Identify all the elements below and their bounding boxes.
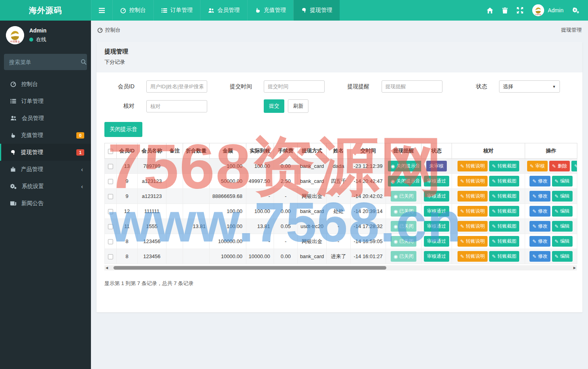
- column-header-会员ID[interactable]: 会员ID: [117, 143, 138, 159]
- sidebar-item-新闻公告[interactable]: 新闻公告: [0, 195, 91, 212]
- check-input[interactable]: [146, 100, 207, 112]
- refresh-button[interactable]: 刷新: [288, 99, 308, 113]
- scrollbar-thumb[interactable]: [113, 266, 386, 270]
- check-button-转账截图[interactable]: ✎转账截图: [489, 206, 519, 217]
- action-button-修改[interactable]: ✎修改: [529, 236, 550, 247]
- action-button-编辑[interactable]: ✎编辑: [552, 176, 573, 186]
- action-button-编辑[interactable]: ✎编辑: [552, 251, 573, 262]
- mute-sound-button[interactable]: 关闭提示音: [104, 122, 142, 137]
- cell-check: ✎转账说明✎转账截图: [452, 219, 525, 234]
- remind-sound-button[interactable]: ◉关闭提示音: [388, 161, 422, 171]
- column-header-操作[interactable]: 操作: [525, 143, 577, 159]
- action-button-修改[interactable]: ✎修改: [529, 221, 550, 232]
- column-header-姓名[interactable]: 姓名: [327, 143, 351, 159]
- check-button-转账说明[interactable]: ✎转账说明: [458, 206, 488, 217]
- action-button-修改[interactable]: ✎修改: [529, 191, 550, 202]
- filter-status: 状态 选择 ▼: [457, 80, 575, 93]
- cell-method: bank_card: [298, 204, 327, 219]
- settings-button[interactable]: [568, 0, 583, 21]
- status-select[interactable]: 选择 ▼: [499, 80, 560, 93]
- breadcrumb-home[interactable]: 控制台: [97, 27, 121, 34]
- column-header-提现方式[interactable]: 提现方式: [298, 143, 327, 159]
- column-header-手续费[interactable]: 手续费: [274, 143, 298, 159]
- sidebar-item-产品管理[interactable]: 产品管理‹: [0, 161, 91, 178]
- action-button-修改[interactable]: ✎修改: [529, 176, 550, 186]
- column-header-会员名称[interactable]: 会员名称: [138, 143, 166, 159]
- column-header-状态[interactable]: 状态: [422, 143, 452, 159]
- sidebar-item-订单管理[interactable]: 订单管理: [0, 93, 91, 110]
- action-button-编辑[interactable]: ✎编辑: [552, 206, 573, 217]
- row-checkbox[interactable]: [108, 224, 113, 229]
- check-button-转账说明[interactable]: ✎转账说明: [458, 221, 488, 232]
- row-checkbox[interactable]: [108, 164, 113, 169]
- scroll-right-arrow[interactable]: ▶: [572, 266, 577, 270]
- remind-sound-button[interactable]: ◉已关闭: [391, 236, 416, 247]
- row-checkbox[interactable]: [108, 239, 113, 244]
- check-button-转账截图[interactable]: ✎转账截图: [489, 236, 519, 247]
- check-button-转账说明[interactable]: ✎转账说明: [458, 236, 488, 247]
- member-id-input[interactable]: [146, 80, 207, 93]
- column-header-交时间[interactable]: 交时间: [351, 143, 386, 159]
- sidebar-search-input[interactable]: [9, 59, 81, 65]
- row-checkbox[interactable]: [108, 254, 113, 259]
- sidebar-item-系统设置[interactable]: 系统设置‹: [0, 178, 91, 195]
- scroll-left-arrow[interactable]: ◀: [104, 266, 109, 270]
- remind-sound-button[interactable]: ◉已关闭: [391, 206, 416, 217]
- submit-time-input[interactable]: [264, 80, 325, 93]
- nav-item-订单管理[interactable]: 订单管理: [153, 0, 200, 21]
- remind-sound-button[interactable]: ◉已关闭: [391, 251, 416, 262]
- sidebar-item-会员管理[interactable]: 会员管理: [0, 110, 91, 127]
- clear-cache-button[interactable]: [497, 0, 512, 21]
- home-button[interactable]: [482, 0, 497, 21]
- action-button-审核[interactable]: ✎审核: [527, 161, 548, 171]
- action-button-编辑[interactable]: ✎编辑: [552, 221, 573, 232]
- brand-logo[interactable]: 海外源码: [0, 0, 91, 21]
- row-checkbox[interactable]: [108, 194, 113, 199]
- column-header-金额[interactable]: 金额: [210, 143, 246, 159]
- column-header-折合数量[interactable]: 折合数量: [183, 143, 210, 159]
- sidebar-item-提现管理[interactable]: 提现管理1: [0, 144, 91, 161]
- check-button-转账截图[interactable]: ✎转账截图: [489, 251, 519, 262]
- cell-fee: -: [274, 234, 298, 249]
- submit-button[interactable]: 提交: [264, 99, 284, 113]
- column-header-核对[interactable]: 核对: [452, 143, 525, 159]
- check-button-转账说明[interactable]: ✎转账说明: [458, 191, 488, 202]
- fullscreen-button[interactable]: [512, 0, 527, 21]
- remind-sound-button[interactable]: ◉已关闭: [391, 221, 416, 232]
- nav-item-会员管理[interactable]: 会员管理: [200, 0, 247, 21]
- column-header-备注[interactable]: 备注: [166, 143, 183, 159]
- action-button-删除[interactable]: ✎删除: [549, 161, 570, 171]
- remind-input[interactable]: [382, 80, 442, 93]
- cell-check: ✎转账说明✎转账截图: [452, 189, 525, 204]
- user-menu[interactable]: 中国黄金 Admin: [527, 4, 568, 16]
- check-button-转账截图[interactable]: ✎转账截图: [489, 176, 519, 186]
- action-button-修改[interactable]: ✎修改: [529, 206, 550, 217]
- select-all-checkbox[interactable]: [108, 149, 113, 154]
- sidebar-item-充值管理[interactable]: 充值管理0: [0, 127, 91, 144]
- nav-item-提现管理[interactable]: 提现管理: [293, 0, 340, 21]
- remind-sound-button[interactable]: ◉已关闭: [391, 191, 416, 202]
- column-header-提现提醒[interactable]: 提现提醒: [386, 143, 422, 159]
- check-button-转账截图[interactable]: ✎转账截图: [489, 191, 519, 202]
- check-button-转账说明[interactable]: ✎转账说明: [458, 161, 488, 171]
- action-button-编辑[interactable]: ✎编辑: [552, 191, 573, 202]
- row-checkbox[interactable]: [108, 179, 113, 184]
- remind-sound-button[interactable]: ◉关闭提示音: [388, 176, 422, 186]
- search-icon[interactable]: [81, 59, 87, 65]
- row-checkbox[interactable]: [108, 209, 113, 214]
- check-button-转账说明[interactable]: ✎转账说明: [458, 251, 488, 262]
- check-button-转账截图[interactable]: ✎转账截图: [489, 161, 519, 171]
- check-button-转账说明[interactable]: ✎转账说明: [458, 176, 488, 186]
- nav-item-控制台[interactable]: 控制台: [112, 0, 153, 21]
- action-button-修改[interactable]: ✎修改: [529, 251, 550, 262]
- action-button-编辑[interactable]: ✎编辑: [571, 161, 577, 171]
- check-button-转账截图[interactable]: ✎转账截图: [489, 221, 519, 232]
- bag-icon: [10, 167, 16, 172]
- column-header-实际到账[interactable]: 实际到账: [246, 143, 274, 159]
- nav-item-充值管理[interactable]: 充值管理: [247, 0, 293, 21]
- action-button-编辑[interactable]: ✎编辑: [552, 236, 573, 247]
- sidebar-toggle-button[interactable]: [91, 0, 112, 21]
- sidebar-item-控制台[interactable]: 控制台: [0, 76, 91, 93]
- content-area: 控制台 提现管理 提现管理 下分记录 会员ID 提交时间: [91, 21, 588, 369]
- table-header-row: 会员ID会员名称备注折合数量金额实际到账手续费提现方式姓名交时间提现提醒状态核对…: [105, 143, 577, 159]
